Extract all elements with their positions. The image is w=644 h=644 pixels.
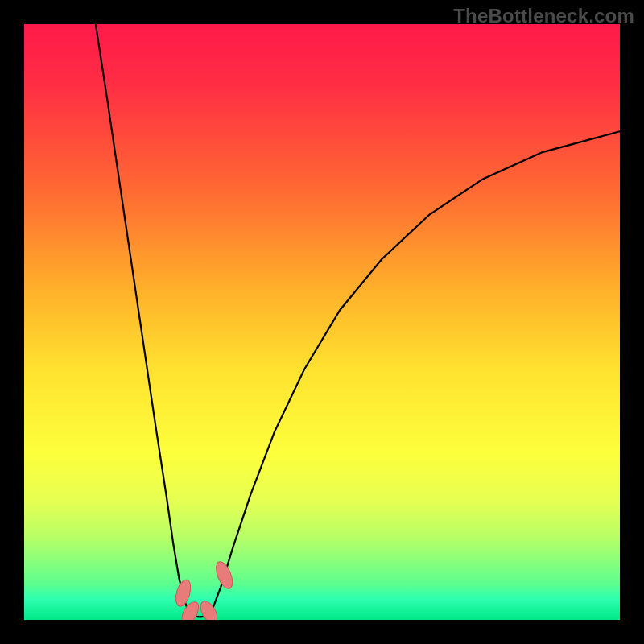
- gradient-background: [24, 24, 620, 620]
- bottleneck-chart: [24, 24, 620, 620]
- plot-area: [24, 24, 620, 620]
- outer-frame: TheBottleneck.com: [0, 0, 644, 644]
